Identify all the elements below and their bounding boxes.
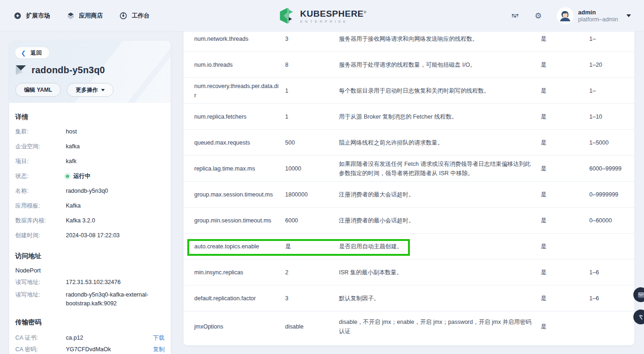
logo-text: KUBESPHERE® ENTERPRISE bbox=[300, 8, 366, 24]
nav-item-extension-marketplace[interactable]: 扩展市场 bbox=[13, 11, 50, 20]
logo-title: KUBESPHERE bbox=[300, 9, 363, 19]
table-row: num.io.threads 8 服务器用于处理请求的线程数量，可能包括磁盘 I… bbox=[184, 52, 634, 78]
tools-button[interactable] bbox=[633, 310, 644, 324]
nav-left-group: 扩展市场 应用商店 工作台 bbox=[13, 11, 150, 20]
status-dot-running bbox=[66, 175, 69, 178]
hammer-icon bbox=[638, 314, 644, 321]
detail-row-cluster: 集群: host bbox=[15, 127, 165, 136]
more-actions-button[interactable]: 更多操作 bbox=[67, 83, 114, 97]
nav-right-group: ⚙ admin platform–admin bbox=[510, 7, 631, 24]
detail-row-created-time: 创建时间: 2024-03-08 17:22:03 bbox=[15, 231, 165, 240]
nav-item-label: 工作台 bbox=[132, 12, 150, 20]
detail-row-workspace: 企业空间: kafka bbox=[15, 142, 165, 151]
more-actions-label: 更多操作 bbox=[76, 86, 98, 94]
marketplace-icon bbox=[13, 11, 22, 20]
feedback-inbox-button[interactable] bbox=[633, 287, 644, 302]
table-row: default.replication.factor 3 默认复制因子。 是 1… bbox=[184, 285, 634, 311]
sidebar-body: 详情 集群: host 企业空间: kafka 项目: kafk 状态: 运行中… bbox=[9, 103, 171, 354]
logo-subtitle: ENTERPRISE bbox=[300, 19, 366, 24]
nav-item-label: 扩展市场 bbox=[26, 12, 50, 20]
table-row: group.max.session.timeout.ms 1800000 注册消… bbox=[184, 182, 634, 208]
detail-row-name: 名称: radondb-y5n3q0 bbox=[15, 187, 165, 196]
workbench-icon bbox=[119, 11, 128, 20]
kubesphere-logo: KUBESPHERE® ENTERPRISE bbox=[277, 6, 366, 25]
table-row: group.min.session.timeout.ms 6000 注册消费者的… bbox=[184, 208, 634, 234]
table-row: min.insync.replicas 2 ISR 集的最小副本数量。 是 1–… bbox=[184, 259, 634, 285]
avatar bbox=[557, 7, 574, 24]
page-title: radondb-y5n3q0 bbox=[32, 65, 105, 76]
parameters-table: num.network.threads 3 服务器用于接收网络请求和向网络发送响… bbox=[184, 26, 634, 345]
chevron-down-icon bbox=[626, 14, 631, 17]
status-badge: 运行中 bbox=[73, 172, 91, 181]
nav-item-app-store[interactable]: 应用商店 bbox=[66, 11, 103, 20]
gear-icon[interactable]: ⚙ bbox=[534, 11, 543, 20]
user-name: admin bbox=[578, 9, 618, 16]
nodeport-label: NodePort bbox=[15, 267, 165, 274]
apps-grid-icon[interactable] bbox=[510, 11, 520, 20]
table-row: num.recovery.threads.per.data.dir 1 每个数据… bbox=[184, 78, 634, 104]
secret-row-ca-password: CA 密码: YG7CFDvdMaOk 复制 bbox=[15, 345, 165, 354]
user-meta: admin platform–admin bbox=[578, 9, 618, 23]
appstore-icon bbox=[66, 11, 75, 20]
detail-row-db-engine: 数据库内核: Kafka 3.2.0 bbox=[15, 216, 165, 225]
top-nav: 扩展市场 应用商店 工作台 KUBESPHERE® ENTERPRISE bbox=[0, 0, 644, 32]
chevron-left-icon: ❮ bbox=[21, 50, 26, 56]
detail-row-status: 状态: 运行中 bbox=[15, 172, 165, 181]
address-row: 读写地址: 172.31.53.102:32476 bbox=[15, 278, 165, 287]
chevron-down-icon bbox=[101, 89, 105, 91]
detail-row-app-template: 应用模板: Kafka bbox=[15, 202, 165, 210]
edit-yaml-button[interactable]: 编辑 YAML bbox=[15, 83, 61, 97]
copy-link[interactable]: 复制 bbox=[153, 345, 165, 354]
table-row: replica.lag.time.max.ms 10000 如果跟随者没有发送任… bbox=[184, 156, 634, 182]
sidebar-header: ❮ 返回 radondb-y5n3q0 编辑 YAML 更多操作 bbox=[9, 41, 171, 103]
download-link[interactable]: 下载 bbox=[153, 334, 165, 342]
detail-sidebar: ❮ 返回 radondb-y5n3q0 编辑 YAML 更多操作 详情 集群: bbox=[9, 41, 171, 354]
address-row: 读写地址: radondb-y5n3q0-kafka-external-boot… bbox=[15, 291, 165, 308]
user-menu[interactable]: admin platform–admin bbox=[557, 7, 631, 24]
details-heading: 详情 bbox=[15, 113, 165, 121]
access-address-heading: 访问地址 bbox=[15, 252, 165, 260]
nav-item-workbench[interactable]: 工作台 bbox=[119, 11, 150, 20]
edit-yaml-label: 编辑 YAML bbox=[24, 86, 52, 94]
user-role: platform–admin bbox=[578, 16, 618, 23]
back-label: 返回 bbox=[31, 49, 42, 57]
detail-row-project: 项目: kafk bbox=[15, 157, 165, 166]
radondb-logo-icon bbox=[15, 64, 26, 76]
kubesphere-logo-icon bbox=[277, 6, 296, 25]
secret-row-ca-cert: CA 证书: ca.p12 下载 bbox=[15, 334, 165, 342]
logo-reg-mark: ® bbox=[363, 10, 366, 14]
transport-secret-heading: 传输密码 bbox=[15, 318, 165, 327]
table-row: jmxOptions disable disable，不开启 jmx；enabl… bbox=[184, 311, 634, 341]
table-row-auto-create-topics: auto.create.topics.enable 是 是否启用自动主题创建。 … bbox=[184, 234, 634, 259]
back-button[interactable]: ❮ 返回 bbox=[15, 47, 49, 58]
nav-item-label: 应用商店 bbox=[79, 12, 103, 20]
table-row: queued.max.requests 500 阻止网络线程之前允许排队的请求数… bbox=[184, 130, 634, 156]
inbox-icon bbox=[638, 291, 644, 298]
table-row: num.replica.fetchers 1 用于从源 Broker 复制消息的… bbox=[184, 104, 634, 130]
